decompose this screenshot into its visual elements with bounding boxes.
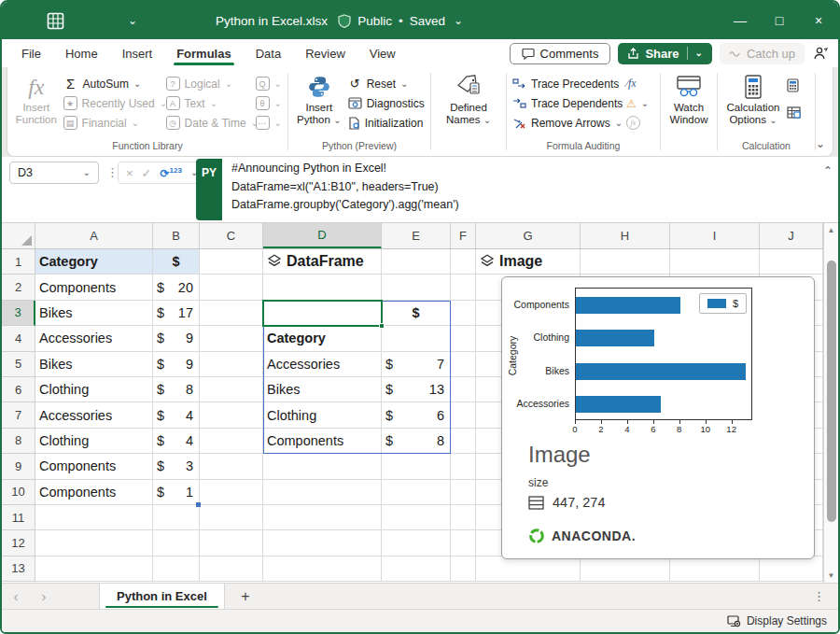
tab-formulas[interactable]: Formulas xyxy=(164,39,244,67)
cell-G1[interactable]: Image xyxy=(476,249,581,275)
cell-F6[interactable] xyxy=(451,377,476,402)
save-status-chevron-icon[interactable]: ⌄ xyxy=(454,14,463,27)
tab-insert[interactable]: Insert xyxy=(110,39,165,67)
cell-A11[interactable] xyxy=(35,505,153,530)
cell-C5[interactable] xyxy=(200,352,263,377)
cell-D6[interactable]: Bikes xyxy=(263,377,382,402)
confirm-entry-icon[interactable]: ✓ xyxy=(142,166,152,180)
defined-names-button[interactable]: Defined Names ⌄ xyxy=(437,73,500,128)
cell-A6[interactable]: Clothing xyxy=(35,377,153,402)
cell-C3[interactable] xyxy=(200,301,263,326)
cell-C13[interactable] xyxy=(200,557,263,582)
name-box[interactable]: D3 ⌄ xyxy=(9,162,99,184)
cell-E10[interactable] xyxy=(382,480,451,505)
row-header-6[interactable]: 6 xyxy=(2,377,35,402)
row-header-3[interactable]: 3 xyxy=(2,301,35,326)
cell-E11[interactable] xyxy=(382,505,451,530)
collapse-formula-bar-icon[interactable]: ⌃ xyxy=(823,164,833,177)
save-status[interactable]: Saved xyxy=(410,14,445,28)
document-title[interactable]: Python in Excel.xlsx xyxy=(216,14,328,28)
remove-arrows-button[interactable]: Remove Arrows⌄ xyxy=(512,114,623,132)
scrollbar-thumb[interactable] xyxy=(827,261,836,522)
cell-B5[interactable]: $9 xyxy=(153,352,200,377)
cell-B8[interactable]: $4 xyxy=(153,429,200,454)
cell-C8[interactable] xyxy=(200,429,263,454)
cell-E4[interactable] xyxy=(382,326,451,351)
cell-A5[interactable]: Bikes xyxy=(35,352,153,377)
row-header-5[interactable]: 5 xyxy=(2,352,35,377)
column-header-E[interactable]: E xyxy=(382,223,451,248)
calculate-now-button[interactable] xyxy=(787,77,801,94)
next-sheet-icon[interactable]: › xyxy=(30,584,58,609)
cell-D2[interactable] xyxy=(263,275,382,300)
cancel-entry-icon[interactable]: × xyxy=(126,166,133,180)
cell-D7[interactable]: Clothing xyxy=(263,402,382,428)
row-header-8[interactable]: 8 xyxy=(2,429,35,454)
cell-F8[interactable] xyxy=(451,429,476,454)
row-header-10[interactable]: 10 xyxy=(2,480,35,505)
cell-B13[interactable] xyxy=(153,557,200,582)
cell-A1[interactable]: Category xyxy=(35,249,153,275)
column-header-D[interactable]: D xyxy=(263,223,382,248)
cell-E7[interactable]: $6 xyxy=(382,402,451,428)
row-header-1[interactable]: 1 xyxy=(2,249,35,275)
spreadsheet-grid[interactable]: ABCDEFGHIJ 1Category$DataFrameImage2Comp… xyxy=(2,223,838,583)
cell-A13[interactable] xyxy=(35,557,153,582)
row-header-4[interactable]: 4 xyxy=(2,326,35,351)
cell-C10[interactable] xyxy=(200,480,263,505)
column-header-G[interactable]: G xyxy=(476,223,581,248)
cell-C4[interactable] xyxy=(200,326,263,351)
tab-home[interactable]: Home xyxy=(53,39,110,67)
cell-F1[interactable] xyxy=(451,249,476,275)
cell-F13[interactable] xyxy=(451,557,476,582)
cell-D13[interactable] xyxy=(263,557,382,582)
tab-data[interactable]: Data xyxy=(244,39,293,67)
cell-E12[interactable] xyxy=(382,530,451,556)
cell-E1[interactable] xyxy=(382,249,451,275)
cell-F7[interactable] xyxy=(451,402,476,428)
cell-F2[interactable] xyxy=(451,275,476,300)
cell-E13[interactable] xyxy=(382,557,451,582)
collapse-ribbon-chevron-icon[interactable]: ⌄ xyxy=(816,137,825,150)
cell-C12[interactable] xyxy=(200,530,263,556)
cell-G13[interactable] xyxy=(476,557,581,582)
account-person-icon[interactable] xyxy=(812,46,829,61)
cell-J13[interactable] xyxy=(760,557,823,582)
scroll-up-icon[interactable]: ▲ xyxy=(824,226,838,234)
cell-I13[interactable] xyxy=(670,557,760,582)
cell-D11[interactable] xyxy=(263,505,382,530)
minimize-button[interactable]: — xyxy=(721,2,760,39)
column-header-F[interactable]: F xyxy=(451,223,476,248)
trace-precedents-button[interactable]: Trace Precedents xyxy=(512,75,623,92)
cell-B3[interactable]: $17 xyxy=(153,301,200,326)
cell-F10[interactable] xyxy=(451,480,476,505)
sensitivity-label[interactable]: Public xyxy=(357,14,392,28)
catch-up-button[interactable]: Catch up xyxy=(720,43,805,64)
evaluate-formula-button[interactable]: fx xyxy=(626,114,649,132)
column-header-I[interactable]: I xyxy=(670,223,760,248)
recently-used-button[interactable]: ★Recently Used⌄ xyxy=(63,94,162,112)
cell-E9[interactable] xyxy=(382,454,451,479)
sheet-tab-python-in-excel[interactable]: Python in Excel xyxy=(99,584,225,609)
row-header-12[interactable]: 12 xyxy=(2,530,35,556)
cell-A7[interactable]: Accessories xyxy=(35,402,153,428)
diagnostics-button[interactable]: Diagnostics xyxy=(348,94,425,112)
cell-D8[interactable]: Components xyxy=(263,429,382,454)
cell-D10[interactable] xyxy=(263,480,382,505)
financial-button[interactable]: ▤Financial⌄ xyxy=(63,114,162,132)
cell-E6[interactable]: $13 xyxy=(382,377,451,402)
tab-file[interactable]: File xyxy=(9,39,53,67)
cell-F4[interactable] xyxy=(451,326,476,351)
column-header-B[interactable]: B xyxy=(153,223,200,248)
show-formulas-button[interactable]: ∕fx xyxy=(626,75,649,92)
cell-E2[interactable] xyxy=(382,275,451,300)
cell-B7[interactable]: $4 xyxy=(153,402,200,428)
cell-B12[interactable] xyxy=(153,530,200,556)
cell-F3[interactable] xyxy=(451,301,476,326)
cell-D9[interactable] xyxy=(263,454,382,479)
error-checking-button[interactable]: ⚠⌄ xyxy=(626,94,649,112)
display-settings-button[interactable]: Display Settings xyxy=(727,614,827,627)
share-button[interactable]: Share ⌄ xyxy=(618,43,712,64)
new-sheet-button[interactable]: + xyxy=(225,584,266,609)
cell-I1[interactable] xyxy=(670,249,760,275)
